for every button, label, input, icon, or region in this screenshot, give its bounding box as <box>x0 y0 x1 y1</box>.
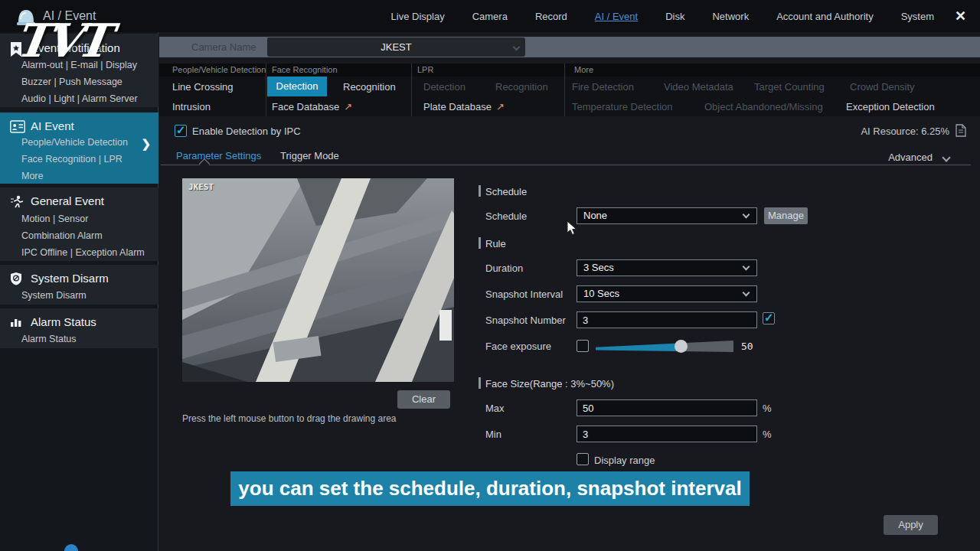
tab-face-detection-active[interactable]: Detection <box>267 77 327 96</box>
tab-trigger-mode[interactable]: Trigger Mode <box>280 150 339 161</box>
display-range-label: Display range <box>594 455 655 466</box>
sidebar-item-people-vehicle[interactable]: People/Vehicle Detection <box>21 137 128 148</box>
section-title: Event Notification <box>31 41 120 54</box>
sidebar-item[interactable]: IPC Offline | Exception Alarm <box>21 247 145 258</box>
snapshot-interval-dropdown[interactable]: 10 Secs <box>577 285 757 302</box>
duration-dropdown-value: 3 Secs <box>583 262 614 273</box>
top-bar: AI / Event Live Display Camera Record AI… <box>0 0 980 32</box>
enable-detection-checkbox[interactable]: ✓ <box>175 125 187 137</box>
nav-camera[interactable]: Camera <box>472 11 508 22</box>
sidebar-item[interactable]: Buzzer | Push Message <box>21 77 122 87</box>
tab-video-metadata: Video Metadata <box>664 81 733 93</box>
snapshot-number-checkbox[interactable]: ✓ <box>763 312 775 324</box>
sidebar-section-alarm-status[interactable]: Alarm Status Alarm Status <box>0 308 158 348</box>
camera-select-value: JKEST <box>381 41 411 53</box>
tab-parameter-settings[interactable]: Parameter Settings <box>176 150 261 161</box>
sidebar-item[interactable]: Combination Alarm <box>21 230 103 241</box>
display-range-checkbox[interactable] <box>577 453 589 465</box>
rule-section-title: Rule <box>485 238 506 249</box>
face-exposure-label: Face exposure <box>485 341 551 352</box>
section-title: AI Event <box>31 119 74 132</box>
face-exposure-checkbox[interactable] <box>577 340 589 352</box>
tab-line-crossing[interactable]: Line Crossing <box>172 81 234 93</box>
camera-name-label: Camera Name <box>191 41 256 53</box>
section-accent <box>479 237 481 249</box>
nav-account-authority[interactable]: Account and Authority <box>776 11 873 22</box>
divider <box>161 165 971 165</box>
slider-track[interactable] <box>596 340 733 353</box>
snapshot-number-input[interactable] <box>577 311 757 328</box>
main-nav: Live Display Camera Record AI / Event Di… <box>391 0 934 32</box>
schedule-label: Schedule <box>485 210 527 222</box>
manage-button[interactable]: Manage <box>764 207 808 224</box>
sidebar: Event Notification Alarm-out | E-mail | … <box>0 32 158 551</box>
tab-target-counting: Target Counting <box>754 81 825 93</box>
tab-object-abandoned-missing: Object Abandoned/Missing <box>704 101 823 112</box>
advanced-toggle[interactable]: Advanced <box>888 152 933 163</box>
document-icon[interactable] <box>956 124 966 137</box>
ai-resource-value: AI Resource: 6.25% <box>861 126 949 137</box>
nav-network[interactable]: Network <box>712 11 749 22</box>
clear-button[interactable]: Clear <box>397 390 450 409</box>
external-link-icon: ↗ <box>496 101 505 112</box>
tab-face-recognition[interactable]: Recognition <box>343 81 396 93</box>
sidebar-section-event-notification[interactable]: Event Notification Alarm-out | E-mail | … <box>0 34 158 107</box>
shield-disarm-icon <box>10 272 22 285</box>
schedule-dropdown[interactable]: None <box>577 207 757 224</box>
chevron-down-icon <box>743 263 750 271</box>
tab-plate-database-label: Plate Database <box>423 101 492 112</box>
min-label: Min <box>485 429 501 440</box>
sidebar-item[interactable]: Alarm-out | E-mail | Display <box>21 60 137 70</box>
running-person-icon <box>10 195 24 209</box>
tab-lpr-recognition: Recognition <box>495 81 548 93</box>
face-exposure-slider[interactable] <box>596 340 733 353</box>
camera-select[interactable]: JKEST <box>267 37 525 57</box>
duration-dropdown[interactable]: 3 Secs <box>577 259 757 276</box>
sidebar-item[interactable]: Alarm Status <box>21 334 77 344</box>
check-icon: ✓ <box>764 311 774 324</box>
min-input[interactable] <box>577 425 757 442</box>
camera-preview-drawing-area[interactable]: JKEST <box>182 178 454 382</box>
nav-record[interactable]: Record <box>535 11 567 22</box>
sidebar-item[interactable]: Audio | Light | Alarm Server <box>21 93 138 104</box>
max-input[interactable] <box>577 399 757 416</box>
nav-disk[interactable]: Disk <box>665 11 684 22</box>
tab-fire-detection: Fire Detection <box>572 81 634 93</box>
sidebar-item-face-recognition-lpr[interactable]: Face Recognition | LPR <box>21 154 122 165</box>
tab-intrusion[interactable]: Intrusion <box>172 101 211 112</box>
ai-event-tab-table: People/Vehicle Detection Face Recognitio… <box>159 64 980 116</box>
tab-face-database-label: Face Database <box>272 101 339 112</box>
sidebar-section-ai-event[interactable]: AI Event ❯ People/Vehicle Detection Face… <box>0 112 158 184</box>
id-card-icon <box>10 120 25 133</box>
snapshot-interval-value: 10 Secs <box>583 288 619 299</box>
schedule-dropdown-value: None <box>583 210 607 221</box>
apply-button[interactable]: Apply <box>884 515 938 535</box>
tab-face-database[interactable]: Face Database↗ <box>272 101 352 112</box>
sidebar-item[interactable]: Motion | Sensor <box>21 214 88 224</box>
section-title: General Event <box>31 194 104 207</box>
chevron-down-icon <box>743 289 750 297</box>
duration-label: Duration <box>485 262 523 274</box>
tab-group-people-vehicle: People/Vehicle Detection <box>172 65 266 74</box>
tab-exception-detection[interactable]: Exception Detection <box>846 101 935 112</box>
slider-thumb[interactable] <box>675 340 688 353</box>
max-label: Max <box>485 403 505 414</box>
sidebar-section-system-disarm[interactable]: System Disarm System Disarm <box>0 265 158 305</box>
close-icon[interactable]: ✕ <box>955 8 966 24</box>
nvr-app-window: AI / Event Live Display Camera Record AI… <box>0 0 980 551</box>
chevron-down-icon <box>743 211 750 219</box>
siren-icon <box>14 5 38 28</box>
camera-name-bar: Camera Name JKEST <box>159 37 980 57</box>
tab-group-lpr: LPR <box>417 65 433 74</box>
percent-suffix: % <box>763 403 772 414</box>
nav-ai-event[interactable]: AI / Event <box>595 11 638 22</box>
nav-live-display[interactable]: Live Display <box>391 11 445 22</box>
sidebar-item-more[interactable]: More <box>21 171 43 181</box>
sidebar-item[interactable]: System Disarm <box>21 290 87 301</box>
sidebar-section-general-event[interactable]: General Event Motion | Sensor Combinatio… <box>0 187 158 261</box>
nav-system[interactable]: System <box>901 11 934 22</box>
tab-plate-database[interactable]: Plate Database↗ <box>423 101 505 112</box>
camera-osd-label: JKEST <box>188 182 214 192</box>
enable-detection-label: Enable Detection by IPC <box>192 126 301 137</box>
snapshot-number-label: Snapshot Number <box>485 315 566 326</box>
